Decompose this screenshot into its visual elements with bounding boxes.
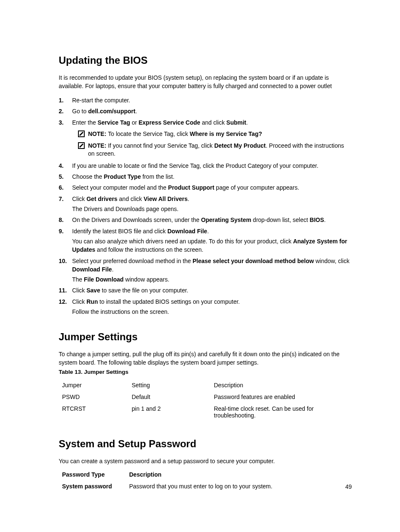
definition-desc: Password that you must enter to log on t… <box>129 483 352 490</box>
definition-header: Description <box>129 471 352 478</box>
table-row: RTCRST pin 1 and 2 Real-time clock reset… <box>59 403 352 421</box>
step-text: Select your preferred download method in… <box>72 258 192 264</box>
step-text: Choose the <box>72 173 104 180</box>
step-9: 9. Identify the latest BIOS file and cli… <box>59 227 352 254</box>
step-text: to save the file on your computer. <box>100 287 188 294</box>
note-text: To locate the Service Tag, click <box>108 130 190 137</box>
step-text: Go to <box>72 108 88 115</box>
bold-text: BIOS <box>310 216 324 223</box>
bold-text: Detect My Product <box>214 142 266 149</box>
step-text: Click <box>72 196 86 202</box>
ordered-steps: 1. Re-start the computer. 2. Go to dell.… <box>59 96 352 316</box>
step-text: window, click <box>314 258 350 264</box>
table-cell: Default <box>128 391 210 403</box>
definition-row: System password Password that you must e… <box>59 483 352 490</box>
table-caption: Table 13. Jumper Settings <box>59 369 352 375</box>
step-text: . <box>112 266 114 273</box>
step-text: . <box>246 119 248 126</box>
step-text: or <box>130 119 138 126</box>
jumper-table: Jumper Setting Description PSWD Default … <box>59 379 352 421</box>
step-6: 6. Select your computer model and the Pr… <box>59 183 352 192</box>
table-row: PSWD Default Password features are enabl… <box>59 391 352 403</box>
step-subtext: and follow the instructions on the scree… <box>95 246 203 253</box>
definition-term: System password <box>59 483 129 490</box>
step-text: On the Drivers and Downloads screen, und… <box>72 216 201 223</box>
table-header: Description <box>210 379 352 391</box>
step-text: drop-down list, select <box>251 216 309 223</box>
bold-text: Where is my Service Tag? <box>190 130 262 137</box>
step-text: . <box>324 216 326 223</box>
bold-text: Express Service Code <box>139 119 200 126</box>
step-3: 3. Enter the Service Tag or Express Serv… <box>59 118 352 158</box>
definition-header: Password Type <box>59 471 129 478</box>
step-11: 11. Click Save to save the file on your … <box>59 286 352 295</box>
step-text: If you are unable to locate or find the … <box>72 162 318 169</box>
bold-text: View All Drivers <box>143 196 187 202</box>
note-row: NOTE: To locate the Service Tag, click W… <box>78 130 352 138</box>
intro-paragraph: To change a jumper setting, pull the plu… <box>59 350 352 367</box>
step-subtext: window appears. <box>124 276 169 283</box>
note-icon <box>78 142 85 149</box>
bold-text: Get drivers <box>86 196 117 202</box>
heading-system-setup-password: System and Setup Password <box>59 438 352 450</box>
definition-header-row: Password Type Description <box>59 471 352 478</box>
step-5: 5. Choose the Product Type from the list… <box>59 172 352 181</box>
step-7: 7. Click Get drivers and click View All … <box>59 195 352 214</box>
password-definition-list: Password Type Description System passwor… <box>59 471 352 490</box>
note-text: If you cannot find your Service Tag, cli… <box>108 142 214 149</box>
bold-text: Please select your download method below <box>192 258 314 264</box>
step-text: Click <box>72 287 86 294</box>
step-1: 1. Re-start the computer. <box>59 96 352 104</box>
step-text: . <box>187 196 189 202</box>
step-text: . <box>135 108 137 115</box>
step-text: Identify the latest BIOS file and click <box>72 228 167 235</box>
bold-text: Product Type <box>104 173 141 180</box>
table-header: Jumper <box>59 379 128 391</box>
step-subtext: Follow the instructions on the screen. <box>72 308 352 316</box>
bold-text: Save <box>86 287 100 294</box>
step-text: Click <box>72 298 86 305</box>
bold-text: File Download <box>84 276 124 283</box>
page-number: 49 <box>345 483 352 490</box>
step-text: Re-start the computer. <box>72 97 130 104</box>
step-text: page of your computer appears. <box>214 184 299 191</box>
table-cell: Password features are enabled <box>210 391 352 403</box>
step-text: to install the updated BIOS settings on … <box>98 298 240 305</box>
step-4: 4. If you are unable to locate or find t… <box>59 162 352 170</box>
bold-text: Download File <box>167 228 207 235</box>
bold-text: Service Tag <box>98 119 130 126</box>
step-2: 2. Go to dell.com/support. <box>59 107 352 115</box>
step-text: . <box>207 228 209 235</box>
intro-paragraph: It is recommended to update your BIOS (s… <box>59 74 352 90</box>
table-header: Setting <box>128 379 210 391</box>
step-text: from the list. <box>141 173 174 180</box>
step-8: 8. On the Drivers and Downloads screen, … <box>59 216 352 224</box>
step-text: and click <box>200 119 226 126</box>
intro-paragraph: You can create a system password and a s… <box>59 457 352 466</box>
step-subtext: You can also analyze which drivers need … <box>72 238 293 245</box>
step-text: and click <box>117 196 143 202</box>
bold-text: Operating System <box>201 216 251 223</box>
table-cell: Real-time clock reset. Can be used for t… <box>210 403 352 421</box>
bold-text: Download File <box>72 266 112 273</box>
note-label: NOTE: <box>88 130 108 137</box>
table-cell: RTCRST <box>59 403 128 421</box>
step-subtext: The <box>72 276 84 283</box>
note-row: NOTE: If you cannot find your Service Ta… <box>78 142 352 158</box>
table-header-row: Jumper Setting Description <box>59 379 352 391</box>
bold-text: Submit <box>226 119 246 126</box>
table-cell: PSWD <box>59 391 128 403</box>
heading-jumper-settings: Jumper Settings <box>59 331 352 343</box>
note-label: NOTE: <box>88 142 108 149</box>
step-10: 10. Select your preferred download metho… <box>59 257 352 284</box>
bold-text: dell.com/support <box>88 108 135 115</box>
step-text: Select your computer model and the <box>72 184 168 191</box>
note-icon <box>78 130 85 137</box>
table-cell: pin 1 and 2 <box>128 403 210 421</box>
document-page: Updating the BIOS It is recommended to u… <box>0 0 400 532</box>
heading-updating-bios: Updating the BIOS <box>59 55 352 66</box>
bold-text: Product Support <box>168 184 214 191</box>
step-12: 12. Click Run to install the updated BIO… <box>59 297 352 316</box>
bold-text: Run <box>86 298 98 305</box>
step-subtext: The Drivers and Downloads page opens. <box>72 205 352 213</box>
